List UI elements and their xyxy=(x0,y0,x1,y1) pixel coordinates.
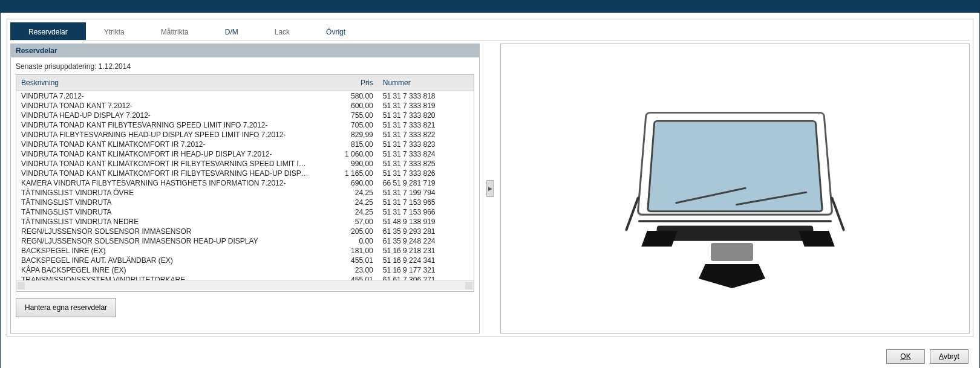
tab-bar: ReservdelarYtriktaMåttriktaD/MLackÖvrigt xyxy=(10,22,970,40)
cell-description: TÄTNINGSLIST VINDRUTA NEDRE xyxy=(16,217,314,227)
table-row[interactable]: KÅPA BACKSPEGEL INRE (EX)23,0051 16 9 17… xyxy=(16,265,474,275)
table-row[interactable]: TÄTNINGSLIST VINDRUTA NEDRE57,0051 48 9 … xyxy=(16,217,474,227)
parts-table-wrap: Beskrivning Pris Nummer VINDRUTA 7.2012-… xyxy=(16,74,474,292)
col-header-description[interactable]: Beskrivning xyxy=(16,75,314,91)
main-frame: ReservdelarYtriktaMåttriktaD/MLackÖvrigt… xyxy=(7,19,973,337)
cell-price: 24,25 xyxy=(314,207,377,217)
cell-number: 51 31 7 333 821 xyxy=(378,120,474,130)
table-row[interactable]: KAMERA VINDRUTA FILBYTESVARNING HASTIGHE… xyxy=(16,178,474,188)
cell-price: 23,00 xyxy=(314,265,377,275)
table-row[interactable]: BACKSPEGEL INRE AUT. AVBLÄNDBAR (EX)455,… xyxy=(16,256,474,265)
cell-description: VINDRUTA TONAD KANT KLIMATKOMFORT IR HEA… xyxy=(16,149,314,159)
tab-ytrikta[interactable]: Ytrikta xyxy=(86,22,143,40)
cell-price: 815,00 xyxy=(314,140,377,149)
cell-number: 61 35 9 248 224 xyxy=(378,236,474,246)
cell-price: 455,01 xyxy=(314,256,377,265)
cell-description: REGN/LJUSSENSOR SOLSENSOR IMMASENSOR HEA… xyxy=(16,236,314,246)
cell-number: 51 16 9 177 321 xyxy=(378,265,474,275)
cell-description: VINDRUTA TONAD KANT KLIMATKOMFORT IR FIL… xyxy=(16,159,314,169)
tab-reservdelar[interactable]: Reservdelar xyxy=(10,22,86,40)
cell-description: BACKSPEGEL INRE AUT. AVBLÄNDBAR (EX) xyxy=(16,256,314,265)
manage-own-parts-button[interactable]: Hantera egna reservdelar xyxy=(16,298,116,317)
splitter: ▶ xyxy=(486,44,494,334)
table-row[interactable]: VINDRUTA TONAD KANT KLIMATKOMFORT IR FIL… xyxy=(16,159,474,169)
panel-title: Reservdelar xyxy=(11,44,479,57)
cell-price: 57,00 xyxy=(314,217,377,227)
parts-table: Beskrivning Pris Nummer VINDRUTA 7.2012-… xyxy=(16,75,474,280)
cell-number: 51 31 7 333 825 xyxy=(378,159,474,169)
table-row[interactable]: BACKSPEGEL INRE (EX)181,0051 16 9 218 23… xyxy=(16,246,474,256)
dialog-footer: OK Avbryt xyxy=(1,343,979,368)
table-row[interactable]: VINDRUTA HEAD-UP DISPLAY 7.2012-755,0051… xyxy=(16,111,474,120)
table-row[interactable]: VINDRUTA TONAD KANT KLIMATKOMFORT IR 7.2… xyxy=(16,140,474,149)
cell-number: 61 35 9 293 281 xyxy=(378,227,474,236)
cell-number: 51 31 7 333 826 xyxy=(378,169,474,178)
ok-button[interactable]: OK xyxy=(886,349,925,364)
collapse-right-button[interactable]: ▶ xyxy=(486,180,494,197)
cell-description: VINDRUTA FILBYTESVARNING HEAD-UP DISPLAY… xyxy=(16,130,314,140)
table-row[interactable]: VINDRUTA TONAD KANT FILBYTESVARNING SPEE… xyxy=(16,120,474,130)
cell-number: 61 61 7 306 271 xyxy=(378,275,474,280)
table-row[interactable]: TÄTNINGSLIST VINDRUTA24,2551 31 7 153 96… xyxy=(16,207,474,217)
col-header-price[interactable]: Pris xyxy=(314,75,377,91)
cell-price: 24,25 xyxy=(314,198,377,207)
cell-price: 0,00 xyxy=(314,236,377,246)
cell-description: REGN/LJUSSENSOR SOLSENSOR IMMASENSOR xyxy=(16,227,314,236)
cell-number: 51 48 9 138 919 xyxy=(378,217,474,227)
cell-price: 455,01 xyxy=(314,275,377,280)
cell-number: 51 16 9 224 341 xyxy=(378,256,474,265)
cell-number: 51 31 7 153 965 xyxy=(378,198,474,207)
cell-description: KAMERA VINDRUTA FILBYTESVARNING HASTIGHE… xyxy=(16,178,314,188)
table-row[interactable]: VINDRUTA FILBYTESVARNING HEAD-UP DISPLAY… xyxy=(16,130,474,140)
cell-price: 829,99 xyxy=(314,130,377,140)
panel-body: Senaste prisuppdatering: 1.12.2014 Beskr… xyxy=(11,57,479,322)
cell-price: 181,00 xyxy=(314,246,377,256)
tab-dm[interactable]: D/M xyxy=(207,22,256,40)
cell-number: 51 31 7 333 823 xyxy=(378,140,474,149)
parts-panel: Reservdelar Senaste prisuppdatering: 1.1… xyxy=(10,44,480,334)
table-row[interactable]: TÄTNINGSLIST VINDRUTA ÖVRE24,2551 31 7 1… xyxy=(16,188,474,198)
cell-number: 51 31 7 333 818 xyxy=(378,91,474,102)
cell-number: 51 31 7 333 820 xyxy=(378,111,474,120)
cell-description: TÄTNINGSLIST VINDRUTA xyxy=(16,198,314,207)
cell-description: BACKSPEGEL INRE (EX) xyxy=(16,246,314,256)
table-row[interactable]: VINDRUTA TONAD KANT KLIMATKOMFORT IR HEA… xyxy=(16,149,474,159)
tab-lack[interactable]: Lack xyxy=(256,22,308,40)
cell-description: VINDRUTA TONAD KANT KLIMATKOMFORT IR 7.2… xyxy=(16,140,314,149)
cell-number: 51 31 7 333 819 xyxy=(378,101,474,111)
horizontal-scrollbar[interactable] xyxy=(16,280,474,290)
table-row[interactable]: REGN/LJUSSENSOR SOLSENSOR IMMASENSOR HEA… xyxy=(16,236,474,246)
cell-price: 990,00 xyxy=(314,159,377,169)
cell-price: 1 060,00 xyxy=(314,149,377,159)
diagram-panel xyxy=(500,44,970,334)
cell-description: VINDRUTA TONAD KANT 7.2012- xyxy=(16,101,314,111)
cell-price: 755,00 xyxy=(314,111,377,120)
table-row[interactable]: VINDRUTA TONAD KANT KLIMATKOMFORT IR FIL… xyxy=(16,169,474,178)
cancel-button[interactable]: Avbryt xyxy=(930,349,969,364)
cell-number: 66 51 9 281 719 xyxy=(378,178,474,188)
cell-price: 24,25 xyxy=(314,188,377,198)
cell-description: KÅPA BACKSPEGEL INRE (EX) xyxy=(16,265,314,275)
tab-mttrikta[interactable]: Måttrikta xyxy=(143,22,207,40)
col-header-number[interactable]: Nummer xyxy=(378,75,474,91)
cell-number: 51 31 7 333 824 xyxy=(378,149,474,159)
table-row[interactable]: TRANSMISSIONSSYSTEM VINDRUTETORKARE455,0… xyxy=(16,275,474,280)
price-update-label: Senaste prisuppdatering: 1.12.2014 xyxy=(16,62,474,71)
cell-number: 51 31 7 153 966 xyxy=(378,207,474,217)
tab-vrigt[interactable]: Övrigt xyxy=(308,22,364,40)
cell-description: VINDRUTA TONAD KANT FILBYTESVARNING SPEE… xyxy=(16,120,314,130)
title-bar[interactable] xyxy=(1,1,979,13)
table-row[interactable]: REGN/LJUSSENSOR SOLSENSOR IMMASENSOR205,… xyxy=(16,227,474,236)
cell-number: 51 16 9 218 231 xyxy=(378,246,474,256)
cell-description: TÄTNINGSLIST VINDRUTA ÖVRE xyxy=(16,188,314,198)
cell-description: VINDRUTA TONAD KANT KLIMATKOMFORT IR FIL… xyxy=(16,169,314,178)
content-area: Reservdelar Senaste prisuppdatering: 1.1… xyxy=(10,44,970,334)
cell-price: 205,00 xyxy=(314,227,377,236)
table-row[interactable]: TÄTNINGSLIST VINDRUTA24,2551 31 7 153 96… xyxy=(16,198,474,207)
table-row[interactable]: VINDRUTA 7.2012-580,0051 31 7 333 818 xyxy=(16,91,474,102)
cell-price: 600,00 xyxy=(314,101,377,111)
cell-description: VINDRUTA HEAD-UP DISPLAY 7.2012- xyxy=(16,111,314,120)
parts-table-scroll[interactable]: Beskrivning Pris Nummer VINDRUTA 7.2012-… xyxy=(16,75,474,280)
dialog-window: ReservdelarYtriktaMåttriktaD/MLackÖvrigt… xyxy=(0,0,980,368)
table-row[interactable]: VINDRUTA TONAD KANT 7.2012-600,0051 31 7… xyxy=(16,101,474,111)
